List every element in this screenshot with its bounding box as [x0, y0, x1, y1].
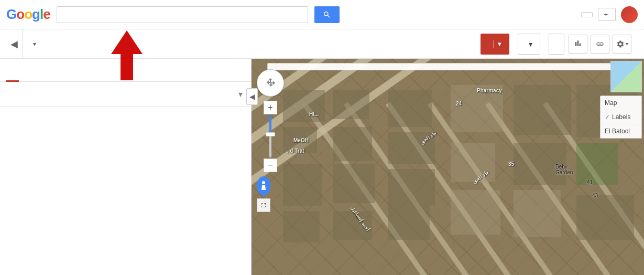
svg-point-0	[262, 181, 265, 184]
gear-icon	[616, 40, 625, 48]
map-label-3: ...d Trat	[286, 148, 304, 154]
tab-everything[interactable]	[6, 59, 19, 82]
link-icon	[596, 40, 604, 48]
map-background: HI... MeOH ...d Trat Pharmacy BebyGarden…	[252, 59, 644, 275]
tab-in-review[interactable]	[36, 59, 48, 82]
left-panel: ▾	[0, 59, 252, 275]
map-label-41: 41	[587, 179, 593, 185]
search-button[interactable]	[314, 6, 340, 23]
map-label-35: 35	[508, 161, 514, 167]
edit-button[interactable]: ▾	[518, 34, 540, 55]
layer-labels-check: ✓	[605, 113, 610, 121]
share-button[interactable]: +	[598, 8, 616, 21]
fullscreen-button[interactable]	[257, 198, 270, 212]
zoom-slider[interactable]	[269, 115, 271, 157]
gear-dropdown-arrow: ▾	[626, 41, 628, 47]
panel-collapse-button[interactable]: ◀	[246, 88, 258, 105]
map-label-garden: BebyGarden	[555, 164, 573, 175]
tabs-bar	[0, 59, 251, 82]
main-content: ▾ ◀	[0, 59, 644, 275]
pegman-icon	[260, 181, 267, 190]
add-new-dropdown-arrow[interactable]: ▾	[493, 40, 501, 48]
map-label-pharmacy: Pharmacy	[477, 88, 502, 93]
toolbar: ◀ ▾ ▾ ▾	[0, 29, 644, 59]
map-label-43: 43	[592, 193, 598, 198]
navigation-wheel[interactable]	[257, 69, 284, 97]
link-button[interactable]	[591, 35, 609, 54]
map-controls: + −	[257, 69, 284, 212]
browse-button[interactable]	[549, 34, 564, 55]
layer-labels-label: Labels	[612, 113, 630, 121]
pegman-button[interactable]	[257, 176, 270, 194]
mini-map[interactable]	[610, 61, 642, 92]
map-layers-panel: Map ✓ Labels El Batool	[600, 96, 642, 139]
avatar[interactable]	[621, 6, 638, 23]
edit-dropdown-arrow: ▾	[529, 40, 532, 48]
zoom-in-button[interactable]: +	[264, 101, 277, 114]
map-label-2: MeOH	[293, 138, 309, 143]
notification-button[interactable]	[581, 12, 593, 17]
header: Google +	[0, 0, 644, 29]
bar-chart-button[interactable]	[569, 35, 587, 54]
gear-button[interactable]: ▾	[613, 35, 631, 54]
zoom-out-button[interactable]: −	[264, 158, 277, 172]
zoom-controls: + −	[257, 101, 284, 172]
stats-expand-arrow[interactable]: ▾	[238, 89, 243, 99]
map-area[interactable]: HI... MeOH ...d Trat Pharmacy BebyGarden…	[252, 59, 644, 275]
share-icon: +	[604, 10, 608, 18]
map-label-1: HI...	[309, 111, 319, 117]
search-bar	[57, 6, 308, 23]
layer-elbatool-label: El Batool	[605, 128, 630, 135]
layer-map-label: Map	[605, 99, 617, 107]
layer-labels[interactable]: ✓ Labels	[601, 110, 641, 124]
activities-dropdown-arrow[interactable]: ▾	[33, 40, 36, 48]
google-logo: Google	[6, 6, 50, 23]
search-input[interactable]	[60, 10, 300, 19]
layer-map[interactable]: Map	[601, 96, 641, 110]
header-right: +	[581, 6, 638, 23]
pan-icon	[264, 77, 277, 89]
collapse-panel-button[interactable]: ◀	[6, 29, 23, 58]
bar-chart-icon	[574, 40, 582, 48]
tab-reviewed[interactable]	[21, 59, 34, 82]
fullscreen-icon	[260, 202, 267, 209]
breadcrumb	[267, 63, 618, 70]
map-label-24: 24	[456, 101, 462, 107]
search-icon	[323, 10, 331, 19]
toolbar-right: ▾	[569, 35, 631, 54]
stats-bar: ▾	[0, 82, 251, 107]
layer-elbatool[interactable]: El Batool	[601, 124, 641, 138]
add-new-button[interactable]: ▾	[481, 34, 509, 55]
